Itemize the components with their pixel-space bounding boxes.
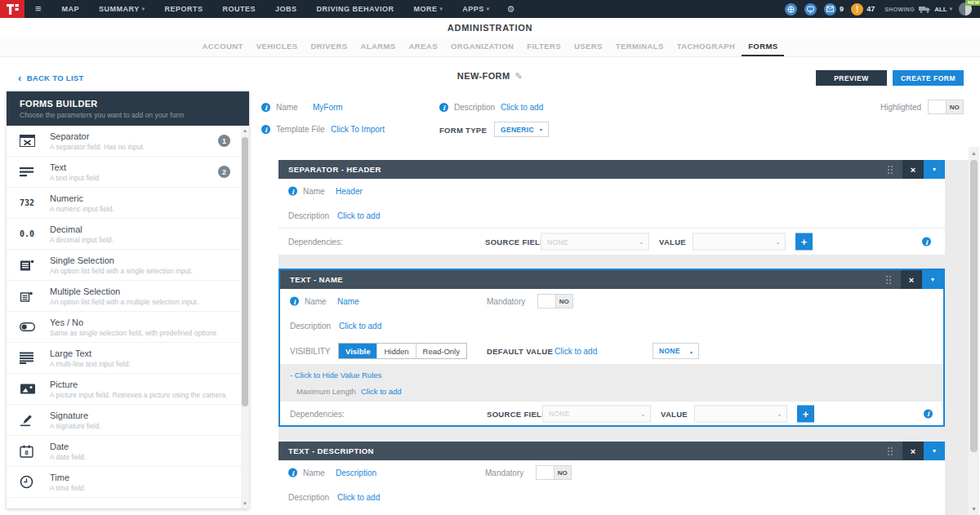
card-header-bar[interactable]: TEXT - NAME × ▾ [280,270,943,289]
form-name-value-link[interactable]: MyForm [313,103,343,112]
add-dependency-button[interactable]: + [795,233,813,251]
tab-tachograph[interactable]: TACHOGRAPH [670,42,742,56]
sidebar-item-picture[interactable]: PictureA picture input field. Retrieves … [7,374,241,405]
tab-forms[interactable]: FORMS [742,42,784,56]
collapse-field-button[interactable]: ▾ [924,160,945,179]
scroll-up-icon[interactable]: ▲ [241,128,249,133]
nav-item-summary[interactable]: SUMMARY▾ [89,5,154,13]
edit-pencil-icon[interactable]: ✎ [515,71,523,81]
sidebar-item-multiple-selection[interactable]: Multiple SelectionAn option list field w… [7,281,241,312]
sidebar-item-decimal[interactable]: 0.0 DecimalA decimal input field. [7,219,241,250]
tab-drivers[interactable]: DRIVERS [305,42,354,56]
source-field-select[interactable]: NONE ▴ [542,405,651,422]
mandatory-toggle[interactable]: NO [536,465,572,480]
frotcom-logo[interactable] [0,0,24,18]
sidebar-item-numeric[interactable]: 732 NumericA numeric input field. [7,188,241,219]
sidebar-item-single-selection[interactable]: Single SelectionAn option list field wit… [7,250,241,281]
nav-item-driving-behavior[interactable]: DRIVING BEHAVIOR [307,5,404,13]
scroll-down-icon[interactable]: ▼ [241,501,249,506]
preview-button[interactable]: PREVIEW [816,70,887,86]
collapse-field-button[interactable]: ▾ [922,270,943,289]
name-value-link[interactable]: Description [336,468,376,477]
sidebar-item-yes-no[interactable]: Yes / NoSame as single selection field, … [7,312,241,343]
tv-screen-icon[interactable] [804,3,817,16]
form-type-select[interactable]: GENERIC ▾ [494,122,549,137]
default-value-add-link[interactable]: Click to add [555,347,597,356]
sidebar-scrollbar[interactable]: ▲ ▼ [241,126,249,508]
fleet-filter-dropdown[interactable]: ALL▾ [934,6,952,13]
name-value-link[interactable]: Name [337,297,359,306]
tab-areas[interactable]: AREAS [403,42,444,56]
visibility-option-readonly[interactable]: Read-Only [416,344,466,358]
description-add-link[interactable]: Click to add [337,493,380,502]
info-icon[interactable]: i [288,187,297,196]
tab-organization[interactable]: ORGANIZATION [444,42,520,56]
mandatory-toggle[interactable]: NO [537,294,573,309]
card-header-bar[interactable]: SEPARATOR - HEADER × ▾ [278,160,945,179]
visibility-option-visible[interactable]: Visible [339,344,376,358]
sidebar-item-separator[interactable]: SeparatorA separator field. Has no input… [7,126,241,157]
nav-item-reports[interactable]: REPORTS [155,5,213,13]
remote-support-icon[interactable] [785,3,797,16]
tab-vehicles[interactable]: VEHICLES [250,42,305,56]
scrollbar-thumb[interactable] [970,160,978,452]
toggle-state: NO [555,466,572,479]
info-icon[interactable]: i [290,297,299,306]
user-avatar[interactable]: NEW [959,2,972,16]
template-import-link[interactable]: Click To Import [331,125,385,134]
info-icon[interactable]: i [922,238,931,246]
create-form-button[interactable]: CREATE FORM [893,70,964,86]
maximum-length-label: Maximum Length [296,387,356,396]
drag-handle-icon[interactable] [888,166,893,174]
visibility-option-hidden[interactable]: Hidden [376,344,415,358]
nav-item-routes[interactable]: ROUTES [213,5,266,13]
settings-gear-icon[interactable]: ⚙ [499,4,522,15]
source-field-select[interactable]: NONE ▴ [541,233,649,251]
info-icon[interactable]: i [288,468,297,477]
sidebar-item-vehicle[interactable]: Vehicle [7,498,241,508]
tab-alarms[interactable]: ALARMS [354,42,403,56]
drag-handle-icon[interactable] [888,447,893,455]
nav-item-apps[interactable]: APPS▾ [452,5,499,13]
default-value-select[interactable]: NONE ▴ [653,343,699,359]
info-icon[interactable]: i [924,409,933,418]
remove-field-button[interactable]: × [902,442,924,460]
sidebar-item-time[interactable]: TimeA time field. [7,467,241,498]
nav-item-jobs[interactable]: JOBS [265,5,307,13]
name-value-link[interactable]: Header [336,187,363,196]
nav-item-map[interactable]: MAP [52,5,90,13]
hamburger-icon[interactable]: ≡ [24,0,52,18]
description-add-link[interactable]: Click to add [337,211,380,220]
remove-field-button[interactable]: × [902,160,924,179]
sidebar-item-date[interactable]: 8 DateA date field. [7,436,241,467]
info-icon[interactable]: i [439,103,448,112]
value-select[interactable]: ▴ [693,233,786,251]
scrollbar-thumb[interactable] [242,137,248,406]
info-icon[interactable]: i [261,103,270,112]
tab-users[interactable]: USERS [568,42,609,56]
value-select[interactable]: ▴ [694,405,787,422]
sidebar-item-large-text[interactable]: Large TextA multi-line text input field. [7,343,241,374]
highlighted-toggle[interactable]: NO [928,100,964,114]
tab-terminals[interactable]: TERMINALS [609,42,670,56]
nav-item-more[interactable]: MORE▾ [403,5,452,13]
sidebar-item-text[interactable]: TextA text input field. 2 [7,157,241,188]
form-description-add-link[interactable]: Click to add [501,103,543,112]
add-dependency-button[interactable]: + [797,405,814,422]
info-icon[interactable]: i [261,125,270,134]
alerts-icon[interactable]: ! [851,3,863,16]
scroll-up-icon[interactable]: ▲ [969,150,979,156]
collapse-field-button[interactable]: ▾ [924,442,945,460]
card-header-bar[interactable]: TEXT - DESCRIPTION × ▾ [278,442,945,460]
main-scrollbar[interactable]: ▲ ▼ [969,147,979,515]
maximum-length-add-link[interactable]: Click to add [361,387,402,396]
sidebar-item-signature[interactable]: SignatureA signature field. [7,405,241,436]
remove-field-button[interactable]: × [901,270,922,289]
tab-filters[interactable]: FILTERS [520,42,568,56]
hide-value-rules-link[interactable]: - Click to Hide Value Rules [290,371,381,380]
drag-handle-icon[interactable] [886,276,891,284]
messages-envelope-icon[interactable] [824,3,836,16]
tab-account[interactable]: ACCOUNT [196,42,250,56]
scroll-down-icon[interactable]: ▼ [969,506,979,512]
description-add-link[interactable]: Click to add [339,322,381,331]
